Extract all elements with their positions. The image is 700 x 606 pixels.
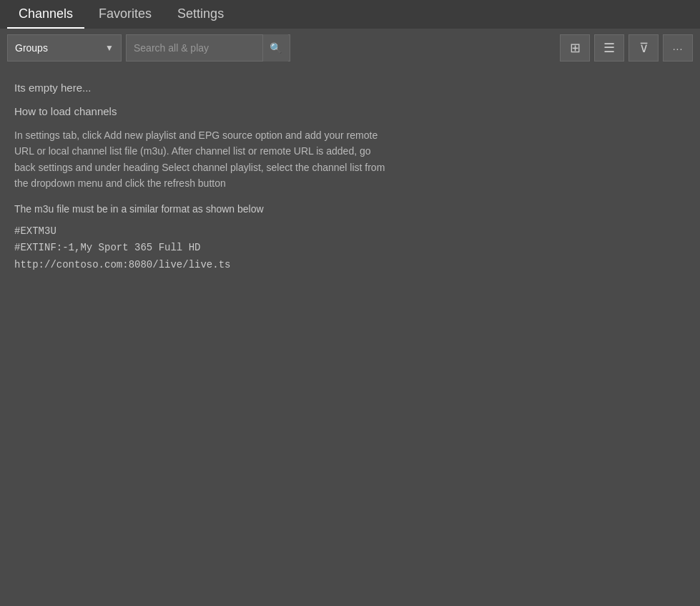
list-view-button[interactable] — [594, 34, 624, 62]
grid-icon — [570, 40, 581, 56]
grid-view-button[interactable] — [560, 34, 590, 62]
empty-message: Its empty here... — [14, 82, 686, 94]
code-line-1: #EXTM3U — [14, 223, 686, 240]
code-block: #EXTM3U #EXTINF:-1,My Sport 365 Full HD … — [14, 223, 686, 274]
top-navigation: Channels Favorites Settings — [0, 0, 700, 29]
list-icon — [603, 40, 615, 56]
how-to-title: How to load channels — [14, 105, 686, 117]
groups-label: Groups — [15, 42, 48, 54]
tab-settings[interactable]: Settings — [166, 1, 235, 29]
more-options-button[interactable] — [663, 34, 693, 62]
tab-channels[interactable]: Channels — [7, 1, 84, 29]
filter-button[interactable] — [628, 34, 659, 62]
search-icon: 🔍 — [270, 42, 282, 54]
toolbar: Groups ▼ 🔍 — [0, 29, 700, 67]
code-line-2: #EXTINF:-1,My Sport 365 Full HD — [14, 240, 686, 257]
code-line-3: http://contoso.com:8080/live/live.ts — [14, 257, 686, 274]
search-button[interactable]: 🔍 — [262, 34, 288, 62]
main-content: Its empty here... How to load channels I… — [0, 67, 700, 606]
search-input[interactable] — [127, 35, 262, 61]
filter-icon — [639, 40, 649, 56]
tab-favorites[interactable]: Favorites — [87, 1, 163, 29]
format-label: The m3u file must be in a similar format… — [14, 203, 686, 215]
dropdown-arrow-icon: ▼ — [105, 43, 114, 53]
search-box: 🔍 — [126, 34, 290, 62]
more-icon — [673, 41, 684, 56]
instructions-text: In settings tab, click Add new playlist … — [14, 127, 386, 192]
groups-dropdown[interactable]: Groups ▼ — [7, 34, 122, 62]
